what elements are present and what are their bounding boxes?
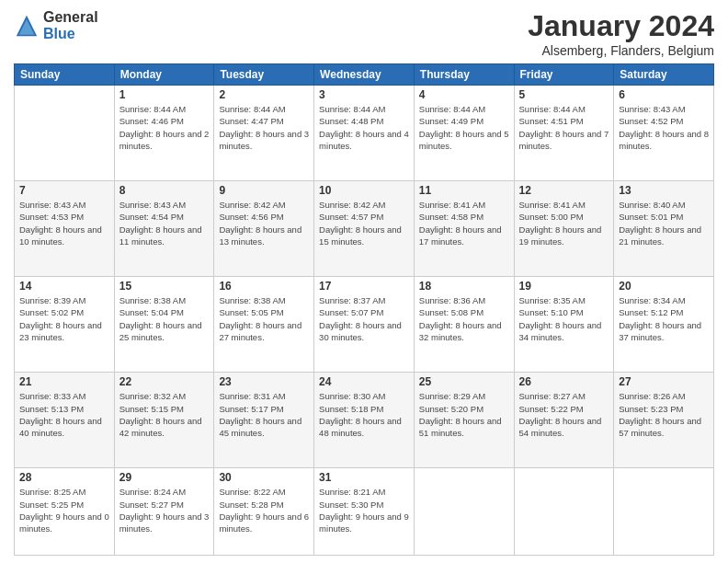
day-info: Sunrise: 8:21 AM Sunset: 5:30 PM Dayligh… <box>319 486 409 534</box>
day-number: 29 <box>119 471 210 484</box>
day-number: 14 <box>19 280 109 293</box>
day-number: 11 <box>419 184 509 197</box>
day-info: Sunrise: 8:26 AM Sunset: 5:23 PM Dayligh… <box>619 390 709 439</box>
calendar-week-row: 28Sunrise: 8:25 AM Sunset: 5:25 PM Dayli… <box>15 468 714 556</box>
calendar-week-row: 21Sunrise: 8:33 AM Sunset: 5:13 PM Dayli… <box>15 373 714 468</box>
day-number: 24 <box>319 375 409 388</box>
day-info: Sunrise: 8:42 AM Sunset: 4:57 PM Dayligh… <box>319 199 409 247</box>
title-block: January 2024 Alsemberg, Flanders, Belgiu… <box>528 9 714 58</box>
table-row: 13Sunrise: 8:40 AM Sunset: 5:01 PM Dayli… <box>614 181 714 277</box>
day-number: 23 <box>219 375 309 388</box>
day-number: 16 <box>219 280 309 293</box>
day-number: 17 <box>319 280 409 293</box>
day-info: Sunrise: 8:32 AM Sunset: 5:15 PM Dayligh… <box>119 390 210 439</box>
table-row: 21Sunrise: 8:33 AM Sunset: 5:13 PM Dayli… <box>15 373 115 468</box>
calendar-table: Sunday Monday Tuesday Wednesday Thursday… <box>14 63 714 556</box>
location-subtitle: Alsemberg, Flanders, Belgium <box>528 43 714 58</box>
day-info: Sunrise: 8:22 AM Sunset: 5:28 PM Dayligh… <box>219 486 309 534</box>
day-info: Sunrise: 8:44 AM Sunset: 4:48 PM Dayligh… <box>319 103 409 152</box>
table-row: 25Sunrise: 8:29 AM Sunset: 5:20 PM Dayli… <box>414 373 514 468</box>
table-row: 3Sunrise: 8:44 AM Sunset: 4:48 PM Daylig… <box>314 86 415 181</box>
day-info: Sunrise: 8:42 AM Sunset: 4:56 PM Dayligh… <box>219 199 309 247</box>
logo-blue-text: Blue <box>43 26 98 42</box>
day-number: 19 <box>519 280 609 293</box>
table-row: 2Sunrise: 8:44 AM Sunset: 4:47 PM Daylig… <box>214 86 314 181</box>
day-number: 13 <box>619 184 709 197</box>
day-info: Sunrise: 8:35 AM Sunset: 5:10 PM Dayligh… <box>519 294 609 343</box>
table-row: 27Sunrise: 8:26 AM Sunset: 5:23 PM Dayli… <box>614 373 714 468</box>
table-row: 22Sunrise: 8:32 AM Sunset: 5:15 PM Dayli… <box>114 373 214 468</box>
day-number: 10 <box>319 184 409 197</box>
day-info: Sunrise: 8:29 AM Sunset: 5:20 PM Dayligh… <box>419 390 509 439</box>
day-info: Sunrise: 8:31 AM Sunset: 5:17 PM Dayligh… <box>219 390 309 439</box>
table-row: 6Sunrise: 8:43 AM Sunset: 4:52 PM Daylig… <box>614 86 714 181</box>
day-number: 26 <box>519 375 609 388</box>
day-info: Sunrise: 8:27 AM Sunset: 5:22 PM Dayligh… <box>519 390 609 439</box>
header-thursday: Thursday <box>414 64 514 86</box>
table-row: 18Sunrise: 8:36 AM Sunset: 5:08 PM Dayli… <box>414 277 514 373</box>
table-row: 10Sunrise: 8:42 AM Sunset: 4:57 PM Dayli… <box>314 181 415 277</box>
table-row: 28Sunrise: 8:25 AM Sunset: 5:25 PM Dayli… <box>15 468 115 556</box>
table-row: 20Sunrise: 8:34 AM Sunset: 5:12 PM Dayli… <box>614 277 714 373</box>
header-monday: Monday <box>114 64 214 86</box>
table-row <box>614 468 714 556</box>
calendar-week-row: 1Sunrise: 8:44 AM Sunset: 4:46 PM Daylig… <box>15 86 714 181</box>
day-number: 21 <box>19 375 109 388</box>
day-info: Sunrise: 8:38 AM Sunset: 5:05 PM Dayligh… <box>219 294 309 343</box>
logo: General Blue <box>14 9 98 41</box>
day-info: Sunrise: 8:30 AM Sunset: 5:18 PM Dayligh… <box>319 390 409 439</box>
day-info: Sunrise: 8:24 AM Sunset: 5:27 PM Dayligh… <box>119 486 210 534</box>
table-row: 30Sunrise: 8:22 AM Sunset: 5:28 PM Dayli… <box>214 468 314 556</box>
month-title: January 2024 <box>528 9 714 43</box>
day-number: 8 <box>119 184 210 197</box>
table-row: 15Sunrise: 8:38 AM Sunset: 5:04 PM Dayli… <box>114 277 214 373</box>
table-row <box>514 468 614 556</box>
table-row: 19Sunrise: 8:35 AM Sunset: 5:10 PM Dayli… <box>514 277 614 373</box>
day-number: 27 <box>619 375 709 388</box>
day-number: 3 <box>319 88 409 101</box>
day-number: 9 <box>219 184 309 197</box>
header-wednesday: Wednesday <box>314 64 415 86</box>
table-row: 24Sunrise: 8:30 AM Sunset: 5:18 PM Dayli… <box>314 373 415 468</box>
table-row: 12Sunrise: 8:41 AM Sunset: 5:00 PM Dayli… <box>514 181 614 277</box>
day-info: Sunrise: 8:43 AM Sunset: 4:54 PM Dayligh… <box>119 199 210 247</box>
day-info: Sunrise: 8:33 AM Sunset: 5:13 PM Dayligh… <box>19 390 109 439</box>
day-number: 12 <box>519 184 609 197</box>
page: General Blue January 2024 Alsemberg, Fla… <box>0 0 728 563</box>
day-number: 25 <box>419 375 509 388</box>
logo-general-text: General <box>43 9 98 26</box>
calendar-week-row: 14Sunrise: 8:39 AM Sunset: 5:02 PM Dayli… <box>15 277 714 373</box>
table-row: 9Sunrise: 8:42 AM Sunset: 4:56 PM Daylig… <box>214 181 314 277</box>
table-row: 23Sunrise: 8:31 AM Sunset: 5:17 PM Dayli… <box>214 373 314 468</box>
calendar-week-row: 7Sunrise: 8:43 AM Sunset: 4:53 PM Daylig… <box>15 181 714 277</box>
header-sunday: Sunday <box>15 64 115 86</box>
day-number: 31 <box>319 471 409 484</box>
day-number: 20 <box>619 280 709 293</box>
header-friday: Friday <box>514 64 614 86</box>
day-info: Sunrise: 8:41 AM Sunset: 4:58 PM Dayligh… <box>419 199 509 247</box>
table-row: 1Sunrise: 8:44 AM Sunset: 4:46 PM Daylig… <box>114 86 214 181</box>
header: General Blue January 2024 Alsemberg, Fla… <box>14 9 714 58</box>
logo-text: General Blue <box>43 9 98 41</box>
day-info: Sunrise: 8:44 AM Sunset: 4:47 PM Dayligh… <box>219 103 309 152</box>
table-row: 8Sunrise: 8:43 AM Sunset: 4:54 PM Daylig… <box>114 181 214 277</box>
table-row: 29Sunrise: 8:24 AM Sunset: 5:27 PM Dayli… <box>114 468 214 556</box>
day-info: Sunrise: 8:39 AM Sunset: 5:02 PM Dayligh… <box>19 294 109 343</box>
day-info: Sunrise: 8:36 AM Sunset: 5:08 PM Dayligh… <box>419 294 509 343</box>
table-row: 5Sunrise: 8:44 AM Sunset: 4:51 PM Daylig… <box>514 86 614 181</box>
day-number: 28 <box>19 471 109 484</box>
table-row: 31Sunrise: 8:21 AM Sunset: 5:30 PM Dayli… <box>314 468 415 556</box>
table-row: 16Sunrise: 8:38 AM Sunset: 5:05 PM Dayli… <box>214 277 314 373</box>
table-row: 26Sunrise: 8:27 AM Sunset: 5:22 PM Dayli… <box>514 373 614 468</box>
day-info: Sunrise: 8:44 AM Sunset: 4:46 PM Dayligh… <box>119 103 210 152</box>
table-row: 4Sunrise: 8:44 AM Sunset: 4:49 PM Daylig… <box>414 86 514 181</box>
day-info: Sunrise: 8:41 AM Sunset: 5:00 PM Dayligh… <box>519 199 609 247</box>
day-info: Sunrise: 8:34 AM Sunset: 5:12 PM Dayligh… <box>619 294 709 343</box>
day-info: Sunrise: 8:37 AM Sunset: 5:07 PM Dayligh… <box>319 294 409 343</box>
table-row: 11Sunrise: 8:41 AM Sunset: 4:58 PM Dayli… <box>414 181 514 277</box>
day-number: 18 <box>419 280 509 293</box>
table-row <box>15 86 115 181</box>
day-info: Sunrise: 8:25 AM Sunset: 5:25 PM Dayligh… <box>19 486 109 534</box>
day-number: 7 <box>19 184 109 197</box>
calendar-header-row: Sunday Monday Tuesday Wednesday Thursday… <box>15 64 714 86</box>
